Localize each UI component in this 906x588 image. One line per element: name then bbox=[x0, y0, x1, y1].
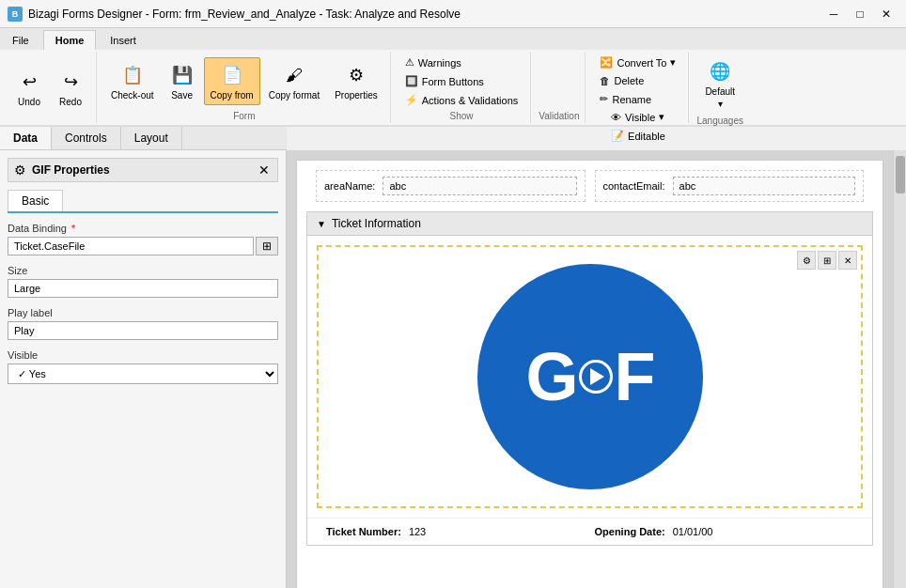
validation-group-label: Validation bbox=[539, 111, 579, 121]
languages-group: 🌐 Default ▾ Languages bbox=[691, 52, 749, 123]
visible-label: Visible bbox=[8, 349, 278, 361]
form-row-area: areaName: abc contactEmail: abc bbox=[297, 161, 883, 211]
gif-copy-button[interactable]: ⊞ bbox=[818, 251, 836, 270]
default-language-button[interactable]: 🌐 Default ▾ bbox=[698, 54, 742, 114]
actions-validations-button[interactable]: ⚡ Actions & Validations bbox=[398, 91, 525, 109]
scroll-thumb[interactable] bbox=[896, 156, 905, 193]
ticket-info-row: Ticket Number: 123 Opening Date: 01/01/0… bbox=[307, 518, 872, 545]
save-button[interactable]: 💾 Save bbox=[163, 57, 202, 105]
form-buttons-button[interactable]: 🔲 Form Buttons bbox=[398, 72, 525, 90]
gif-toolbar: ⚙ ⊞ ✕ bbox=[797, 251, 857, 270]
data-binding-field: Data Binding * ⊞ bbox=[8, 223, 278, 255]
gif-properties-header: ⚙ GIF Properties ✕ bbox=[8, 158, 278, 182]
data-binding-input[interactable] bbox=[8, 237, 254, 255]
tab-data[interactable]: Data bbox=[0, 127, 52, 149]
prop-tab-basic[interactable]: Basic bbox=[8, 190, 63, 211]
tab-layout[interactable]: Layout bbox=[121, 127, 182, 149]
opening-date-value: 01/01/00 bbox=[673, 526, 713, 537]
language-icon: 🌐 bbox=[707, 58, 733, 85]
show-group-label: Show bbox=[450, 111, 474, 121]
area-name-value[interactable]: abc bbox=[383, 177, 576, 195]
close-button[interactable]: ✕ bbox=[874, 2, 898, 26]
data-binding-label: Data Binding * bbox=[8, 223, 278, 234]
maximize-button[interactable]: □ bbox=[848, 2, 872, 26]
editable-button[interactable]: 📝 Editable bbox=[604, 127, 672, 145]
canvas-area: areaName: abc contactEmail: abc ▼ Ticket… bbox=[287, 150, 893, 588]
contact-email-label: contactEmail: bbox=[603, 180, 665, 192]
redo-icon: ↪ bbox=[57, 69, 84, 95]
title-bar: B Bizagi Forms Designer - Form: frm_Revi… bbox=[0, 0, 906, 28]
gif-f-letter: F bbox=[615, 338, 654, 415]
undo-icon: ↩ bbox=[16, 69, 42, 95]
properties-icon: ⚙ bbox=[343, 62, 369, 88]
undo-redo-group: ↩ Undo ↪ Redo bbox=[4, 52, 97, 123]
delete-button[interactable]: 🗑 Delete bbox=[593, 72, 682, 89]
ribbon-tabs: File Home Insert bbox=[0, 28, 906, 50]
visible-dropdown-icon: ▾ bbox=[659, 111, 664, 123]
convert-dropdown-icon: ▾ bbox=[670, 56, 676, 69]
tab-file[interactable]: File bbox=[0, 30, 41, 50]
contact-email-group: contactEmail: abc bbox=[595, 170, 865, 202]
panel-tabs-strip: Data Controls Layout bbox=[0, 127, 287, 150]
warnings-button[interactable]: ⚠ Warnings bbox=[398, 54, 525, 71]
gif-play-circle bbox=[579, 360, 613, 394]
checkout-button[interactable]: 📋 Check-out bbox=[104, 57, 161, 105]
app-icon: B bbox=[8, 7, 23, 22]
controls-group: 🔀 Convert To ▾ 🗑 Delete ✏ Rename 👁 bbox=[587, 52, 689, 123]
gif-settings-button[interactable]: ⚙ bbox=[797, 251, 816, 270]
play-label-field: Play label bbox=[8, 307, 278, 340]
gif-container[interactable]: ⚙ ⊞ ✕ G F bbox=[317, 245, 863, 508]
tab-controls[interactable]: Controls bbox=[52, 127, 121, 149]
form-canvas: areaName: abc contactEmail: abc ▼ Ticket… bbox=[296, 160, 883, 588]
show-group: ⚠ Warnings 🔲 Form Buttons ⚡ Actions & Va… bbox=[393, 52, 532, 123]
required-indicator: * bbox=[71, 223, 75, 234]
contact-email-value[interactable]: abc bbox=[673, 177, 855, 195]
gear-icon: ⚙ bbox=[14, 162, 26, 178]
editable-icon: 📝 bbox=[611, 130, 624, 142]
gif-g-letter: G bbox=[526, 338, 577, 415]
convert-to-button[interactable]: 🔀 Convert To ▾ bbox=[593, 54, 682, 71]
ticket-section-title: Ticket Information bbox=[332, 217, 421, 230]
copy-format-button[interactable]: 🖌 Copy format bbox=[262, 57, 326, 105]
convert-icon: 🔀 bbox=[600, 56, 613, 69]
warning-icon: ⚠ bbox=[405, 56, 414, 69]
section-collapse-icon[interactable]: ▼ bbox=[317, 219, 326, 229]
properties-panel: ⚙ GIF Properties ✕ Basic Data Binding * … bbox=[0, 150, 286, 588]
size-input[interactable] bbox=[8, 279, 278, 298]
left-panel: ⚙ GIF Properties ✕ Basic Data Binding * … bbox=[0, 150, 287, 588]
redo-button[interactable]: ↪ Redo bbox=[51, 64, 90, 112]
gif-text: G F bbox=[526, 338, 654, 415]
data-binding-copy-button[interactable]: ⊞ bbox=[256, 237, 278, 255]
visible-field: Visible ✓ Yes No bbox=[8, 349, 278, 384]
form-group-label: Form bbox=[233, 111, 255, 121]
copy-from-icon: 📄 bbox=[219, 62, 245, 88]
opening-date-field: Opening Date: 01/01/00 bbox=[595, 526, 854, 537]
languages-group-label: Languages bbox=[696, 116, 743, 126]
size-field: Size bbox=[8, 265, 278, 298]
rename-button[interactable]: ✏ Rename bbox=[593, 90, 682, 108]
tab-home[interactable]: Home bbox=[43, 30, 97, 50]
gif-properties-close-button[interactable]: ✕ bbox=[257, 162, 272, 178]
visible-button[interactable]: 👁 Visible ▾ bbox=[604, 108, 672, 126]
ticket-number-label: Ticket Number: bbox=[326, 526, 401, 537]
gif-delete-button[interactable]: ✕ bbox=[838, 251, 857, 270]
delete-icon: 🗑 bbox=[600, 75, 610, 86]
ticket-section: ▼ Ticket Information ⚙ ⊞ ✕ G bbox=[306, 211, 873, 546]
main-layout: ⚙ GIF Properties ✕ Basic Data Binding * … bbox=[0, 150, 906, 588]
scrollbar[interactable] bbox=[893, 150, 906, 588]
visible-select[interactable]: ✓ Yes No bbox=[8, 364, 278, 384]
form-buttons-icon: 🔲 bbox=[405, 75, 418, 87]
tab-insert[interactable]: Insert bbox=[98, 30, 148, 50]
play-label-input[interactable] bbox=[8, 321, 278, 340]
undo-button[interactable]: ↩ Undo bbox=[9, 64, 49, 112]
copy-from-button[interactable]: 📄 Copy from bbox=[204, 57, 260, 105]
area-name-group: areaName: abc bbox=[316, 170, 586, 202]
language-dropdown-icon: ▾ bbox=[718, 99, 723, 109]
properties-button[interactable]: ⚙ Properties bbox=[328, 57, 384, 105]
size-label: Size bbox=[8, 265, 278, 276]
validation-group: Validation bbox=[533, 52, 586, 123]
minimize-button[interactable]: ─ bbox=[821, 2, 846, 26]
gif-properties-title: GIF Properties bbox=[32, 163, 110, 177]
rename-icon: ✏ bbox=[600, 93, 608, 105]
ticket-number-value: 123 bbox=[409, 526, 426, 537]
